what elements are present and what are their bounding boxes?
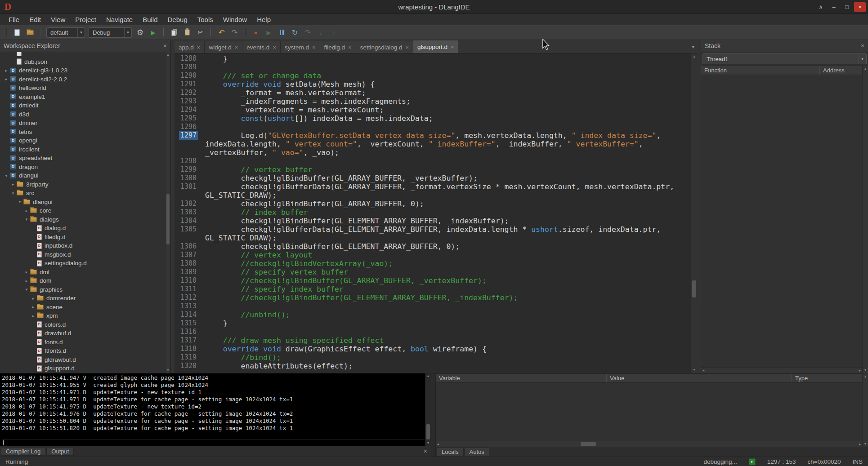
tree-item-tetris[interactable]: Dtetris <box>0 128 170 137</box>
close-tab-icon[interactable]: × <box>406 44 409 51</box>
code-line[interactable]: 1320 enableAttributes(effect); <box>174 362 691 370</box>
tree-item-msgbox.d[interactable]: Dmsgbox.d <box>0 250 170 259</box>
code-line[interactable]: 1319 //bind(); <box>174 353 691 362</box>
close-tab-icon[interactable]: × <box>312 44 316 51</box>
line-number-gutter[interactable]: 1304 <box>174 217 203 225</box>
code-line[interactable]: 1311 // specify index buffer <box>174 285 691 293</box>
code-line[interactable]: 1297 Log.d("GLVertexBuffer.setData verte… <box>174 131 691 157</box>
menu-item-navigate[interactable]: Navigate <box>101 14 138 25</box>
watch-tab-autos[interactable]: Autos <box>465 448 489 456</box>
tree-item-fonts.d[interactable]: Dfonts.d <box>0 338 170 347</box>
chevron-expanded-icon[interactable]: ▾ <box>16 200 23 204</box>
stack-frame-list[interactable] <box>701 75 862 367</box>
watch-list[interactable] <box>436 383 862 441</box>
code-line[interactable]: 1294 _vertexCount = mesh.vertexCount; <box>174 106 691 114</box>
tree-item-helloworld[interactable]: Dhelloworld <box>0 84 170 93</box>
chevron-collapsed-icon[interactable]: ▸ <box>3 77 10 81</box>
watch-column-type[interactable]: Type <box>792 374 862 382</box>
code-line[interactable]: 1314 //unbind(); <box>174 311 691 319</box>
tree-item-filedlg.d[interactable]: Dfiledlg.d <box>0 233 170 242</box>
code-line[interactable]: 1288 } <box>174 54 691 63</box>
build-mode-select[interactable]: Debug▾ <box>89 27 132 38</box>
scrollbar-thumb[interactable] <box>692 280 696 297</box>
menu-item-debug[interactable]: Debug <box>163 14 192 25</box>
minimize-icon[interactable]: – <box>828 2 840 12</box>
tab-list-button[interactable]: ▾ <box>692 44 694 50</box>
redo-icon[interactable]: ↷ <box>228 27 241 38</box>
chevron-collapsed-icon[interactable]: ▸ <box>3 68 10 73</box>
close-workspace-panel-button[interactable]: × <box>163 42 167 49</box>
scroll-down-icon[interactable]: ▾ <box>427 440 429 446</box>
close-tab-icon[interactable]: × <box>451 44 454 50</box>
chevron-collapsed-icon[interactable]: ▸ <box>23 279 30 283</box>
undo-icon[interactable]: ↶ <box>215 27 228 38</box>
log-tab-output[interactable]: Output <box>46 447 74 456</box>
editor-tab-system.d[interactable]: system.d× <box>281 41 320 53</box>
chevron-expanded-icon[interactable]: ▾ <box>3 173 10 178</box>
scroll-up-icon[interactable]: ▴ <box>167 52 169 58</box>
code-line[interactable]: 1306 checkgl!glBindBuffer(GL_ELEMENT_ARR… <box>174 242 691 251</box>
line-number-gutter[interactable]: 1297 <box>174 131 203 140</box>
shade-icon[interactable]: ∧ <box>815 2 827 12</box>
menu-item-build[interactable]: Build <box>138 14 162 25</box>
line-number-gutter[interactable]: 1299 <box>174 165 203 174</box>
tree-item-gldrawbuf.d[interactable]: Dgldrawbuf.d <box>0 355 170 364</box>
scroll-right-icon[interactable]: ▸ <box>859 368 861 373</box>
code-line[interactable]: 1307 // vertex layout <box>174 251 691 259</box>
line-number-gutter[interactable]: 1302 <box>174 200 203 208</box>
watch-vscrollbar[interactable]: ▴ ▾ <box>862 373 868 447</box>
code-line[interactable]: 1304 checkgl!glBindBuffer(GL_ELEMENT_ARR… <box>174 217 691 225</box>
line-number-gutter[interactable]: 1319 <box>174 353 203 362</box>
tree-item-dml[interactable]: ▸dml <box>0 268 170 277</box>
stack-vscrollbar[interactable]: ▴ ▾ <box>862 66 868 373</box>
tree-item-glsupport.d[interactable]: Dglsupport.d <box>0 364 170 373</box>
tree-item-src[interactable]: ▾src <box>0 189 170 198</box>
menu-item-project[interactable]: Project <box>70 14 101 25</box>
tree-item-dialogs[interactable]: ▾dialogs <box>0 215 170 224</box>
tree-item-settingsdialog.d[interactable]: Dsettingsdialog.d <box>0 259 170 268</box>
line-number-gutter[interactable]: 1309 <box>174 268 203 276</box>
menu-item-view[interactable]: View <box>46 14 70 25</box>
code-line[interactable]: 1292 _format = mesh.vertexFormat; <box>174 89 691 97</box>
line-number-gutter[interactable]: 1293 <box>174 97 203 106</box>
panel-splitter[interactable] <box>697 40 701 373</box>
scroll-down-icon[interactable]: ▾ <box>693 367 695 373</box>
code-line[interactable]: 1296 <box>174 123 691 131</box>
log-output[interactable]: 2018-01-07 10:15:41.947 V created image … <box>0 373 431 446</box>
menu-item-file[interactable]: File <box>4 14 24 25</box>
line-number-gutter[interactable]: 1315 <box>174 319 203 328</box>
tree-item-derelict-sdl2-2.0.2[interactable]: ▸Dderelict-sdl2-2.0.2 <box>0 75 170 84</box>
editor-tab-filedlg.d[interactable]: filedlg.d× <box>320 41 356 53</box>
chevron-expanded-icon[interactable]: ▾ <box>23 287 30 292</box>
line-number-gutter[interactable]: 1289 <box>174 63 203 71</box>
line-number-gutter[interactable]: 1296 <box>174 123 203 131</box>
step-out-icon[interactable]: ↑ <box>328 27 340 38</box>
tree-item-dmledit[interactable]: Ddmledit <box>0 101 170 110</box>
code-line[interactable]: 1291 override void setData(Mesh mesh) { <box>174 80 691 89</box>
build-config-select[interactable]: default▾ <box>46 27 85 38</box>
line-number-gutter[interactable]: 1294 <box>174 106 203 114</box>
line-number-gutter[interactable]: 1317 <box>174 336 203 345</box>
line-number-gutter[interactable]: 1298 <box>174 157 203 165</box>
menu-item-help[interactable]: Help <box>252 14 276 25</box>
close-icon[interactable]: × <box>854 2 866 12</box>
line-number-gutter[interactable]: 1310 <box>174 276 203 285</box>
line-number-gutter[interactable]: 1292 <box>174 89 203 97</box>
code-line[interactable]: 1295 const(ushort[]) indexData = mesh.in… <box>174 114 691 123</box>
close-tab-icon[interactable]: × <box>197 44 201 51</box>
watch-column-value[interactable]: Value <box>607 374 792 382</box>
line-number-gutter[interactable]: 1308 <box>174 259 203 268</box>
tree-item-scene[interactable]: ▸scene <box>0 303 170 312</box>
scrollbar-thumb[interactable] <box>426 424 430 439</box>
line-number-gutter[interactable]: 1313 <box>174 302 203 311</box>
menu-item-edit[interactable]: Edit <box>24 14 46 25</box>
code-line[interactable]: 1305 checkgl!glBufferData(GL_ELEMENT_ARR… <box>174 225 691 242</box>
line-number-gutter[interactable]: 1291 <box>174 80 203 89</box>
chevron-collapsed-icon[interactable]: ▸ <box>9 182 17 186</box>
code-line[interactable]: 1300 checkgl!glBindBuffer(GL_ARRAY_BUFFE… <box>174 174 691 182</box>
line-number-gutter[interactable]: 1305 <box>174 225 203 234</box>
line-number-gutter[interactable]: 1301 <box>174 182 203 191</box>
tree-item-dragon[interactable]: Ddragon <box>0 163 170 172</box>
chevron-collapsed-icon[interactable]: ▸ <box>30 305 37 309</box>
chevron-collapsed-icon[interactable]: ▸ <box>30 296 37 301</box>
